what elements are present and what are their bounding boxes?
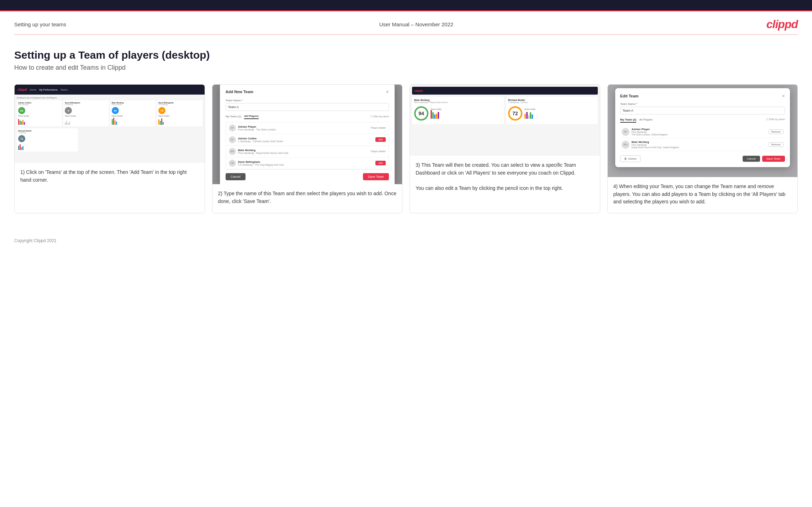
- player-avatar-2: AC: [229, 136, 236, 143]
- edit-player-name-2: Blair McHarg: [632, 140, 766, 144]
- main-content: Setting up a Team of players (desktop) H…: [0, 35, 812, 231]
- header-divider: [14, 34, 798, 35]
- screenshot-3: clippd Blair McHarg Plus Handicap · Roya…: [410, 85, 600, 156]
- player-name-2: Adrian Coliba: [238, 137, 373, 140]
- edit-player-club-2: Royal North Devon Golf Club, United King…: [632, 146, 766, 149]
- player-name-4: Dave Billingham: [238, 160, 373, 164]
- top-bar: [0, 0, 812, 11]
- screenshot-4: Edit Team × Team Name * My Team (2) All …: [608, 85, 798, 177]
- player-avatar-1: AP: [229, 124, 236, 132]
- player-added-badge-1: Player Added: [371, 127, 386, 129]
- edit-avatar-2: BM: [622, 141, 629, 149]
- modal-edit-name-label: Team Name *: [620, 102, 785, 106]
- modal-edit-close[interactable]: ×: [782, 93, 785, 99]
- player-club-1: Plus Handicap · The Shire London: [238, 128, 369, 131]
- edit-player-remove-2[interactable]: Remove: [769, 142, 784, 147]
- modal-edit-cancel[interactable]: Cancel: [743, 156, 760, 162]
- copyright: Copyright Clippd 2021: [14, 238, 57, 243]
- modal-add-save[interactable]: Save Team: [363, 173, 389, 180]
- card-2: Add New Team × Team Name * My Team (2) A…: [212, 84, 403, 213]
- player-avatar-3: BM: [229, 148, 236, 155]
- header-center: User Manual – November 2022: [379, 21, 453, 27]
- edit-player-remove-1[interactable]: Remove: [769, 129, 784, 134]
- card-4-text: 4) When editing your Team, you can chang…: [608, 177, 798, 213]
- player-row-2: AC Adrian Coliba 1 Handicap · Central Lo…: [226, 134, 389, 146]
- player-row-4: DB Dave Billingham 5.5 Handicap · The Go…: [226, 158, 389, 169]
- modal-edit-save[interactable]: Save Team: [762, 156, 785, 162]
- header-left: Setting up your teams: [14, 21, 66, 27]
- card-1: clippd Home My Performance Teams Finding…: [14, 84, 205, 213]
- card-4: Edit Team × Team Name * My Team (2) All …: [607, 84, 798, 213]
- modal-edit-tab-allplayers[interactable]: All Players: [639, 118, 653, 123]
- modal-add-name-label: Team Name *: [226, 99, 389, 102]
- modal-add-name-input[interactable]: [226, 103, 389, 111]
- edit-avatar-1: AP: [622, 128, 629, 136]
- modal-add-close[interactable]: ×: [386, 89, 389, 95]
- modal-edit-player-list: AP Adrian Player Plus Handicap The Shire…: [620, 126, 785, 151]
- card-2-text: 2) Type the name of this Team and then s…: [212, 184, 402, 212]
- modal-filter: ☐ Filter by name: [370, 115, 389, 118]
- modal-tab-allplayers[interactable]: All Players: [244, 114, 259, 119]
- player-add-button-2[interactable]: Add: [375, 137, 385, 142]
- modal-edit-delete-label: Delete: [628, 157, 637, 160]
- card-3-text-part1: 3) This Team will then be created. You c…: [416, 162, 576, 176]
- edit-player-name-1: Adrian Player: [632, 128, 766, 131]
- edit-player-row-1: AP Adrian Player Plus Handicap The Shire…: [620, 126, 785, 138]
- card-3-text: 3) This Team will then be created. You c…: [410, 156, 600, 199]
- player-club-2: 1 Handicap · Central London Golf Centre: [238, 140, 373, 143]
- player-row-1: AP Adrian Player Plus Handicap · The Shi…: [226, 122, 389, 134]
- modal-tab-myteam[interactable]: My Team (2): [226, 115, 241, 119]
- modal-edit-delete[interactable]: 🗑 Delete: [620, 155, 640, 162]
- screenshot-1: clippd Home My Performance Teams Finding…: [15, 85, 205, 163]
- modal-edit-name-input[interactable]: [620, 107, 785, 114]
- card-3-text-part2: You can also edit a Team by clicking the…: [416, 185, 563, 191]
- cards-row: clippd Home My Performance Teams Finding…: [14, 84, 798, 213]
- header: Setting up your teams User Manual – Nove…: [0, 11, 812, 34]
- edit-player-club-1: The Shire London, United Kingdom: [632, 133, 766, 136]
- logo: clippd: [766, 18, 798, 31]
- player-add-button-4[interactable]: Add: [375, 161, 385, 165]
- player-name-3: Blair McHarg: [238, 149, 369, 152]
- page-title: Setting up a Team of players (desktop): [14, 49, 798, 61]
- modal-edit-title: Edit Team: [620, 94, 639, 98]
- edit-player-detail-2: Plus Handicap: [632, 144, 766, 146]
- trash-icon: 🗑: [624, 157, 627, 160]
- player-name-1: Adrian Player: [238, 125, 369, 128]
- screenshot-2: Add New Team × Team Name * My Team (2) A…: [212, 85, 402, 184]
- edit-player-detail-1: Plus Handicap: [632, 131, 766, 133]
- card-3: clippd Blair McHarg Plus Handicap · Roya…: [410, 84, 600, 213]
- edit-player-row-2: BM Blair McHarg Plus Handicap Royal Nort…: [620, 138, 785, 151]
- player-club-4: 5.5 Handicap · The Gog Magog Golf Club: [238, 164, 373, 166]
- player-avatar-4: DB: [229, 160, 236, 167]
- player-row-3: BM Blair McHarg Plus Handicap · Royal No…: [226, 146, 389, 158]
- card-1-text: 1) Click on 'Teams' at the top of the sc…: [15, 163, 205, 191]
- modal-add-title: Add New Team: [226, 90, 253, 94]
- footer: Copyright Clippd 2021: [0, 231, 812, 250]
- player-added-badge-3: Player Added: [371, 150, 386, 153]
- modal-edit-tab-myteam[interactable]: My Team (2): [620, 118, 637, 123]
- page-subtitle: How to create and edit Teams in Clippd: [14, 64, 798, 71]
- modal-player-list: AP Adrian Player Plus Handicap · The Shi…: [226, 122, 389, 170]
- modal-add-cancel[interactable]: Cancel: [226, 173, 246, 180]
- player-club-3: Plus Handicap · Royal North Devon Golf C…: [238, 152, 369, 154]
